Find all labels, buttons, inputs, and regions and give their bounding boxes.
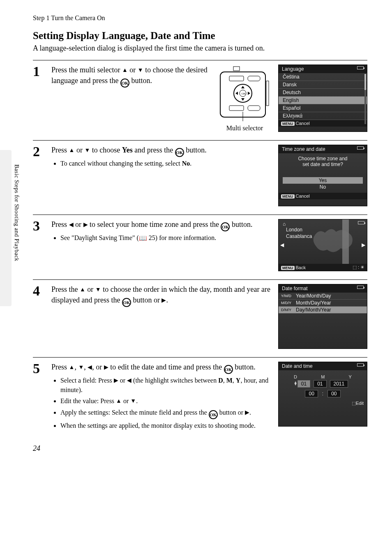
minute-field[interactable]: 00 — [327, 390, 340, 397]
right-icon[interactable]: ▶ — [362, 242, 365, 248]
battery-icon — [357, 66, 364, 69]
step-1: 1 Press the multi selector ▲ or ▼ to cho… — [33, 60, 367, 140]
day-field[interactable]: ▲▼01 — [297, 380, 310, 388]
ok-icon: OK — [175, 148, 184, 157]
step-number: 3 — [33, 219, 45, 271]
date-format-option[interactable]: D/M/YDay/Month/Year — [279, 307, 367, 314]
battery-icon — [357, 363, 364, 367]
menu-badge: MENU — [281, 266, 295, 270]
left-icon[interactable]: ◀ — [280, 242, 284, 248]
up-icon: ▲ — [69, 363, 75, 372]
screen-title: Language — [282, 66, 304, 72]
down-icon: ▼ — [130, 397, 136, 405]
date-format-list[interactable]: Y/M/DYear/Month/DayM/D/YMonth/Day/YearD/… — [279, 293, 367, 314]
step-number: 5 — [33, 362, 45, 432]
svg-marker-9 — [235, 92, 238, 95]
step-instruction: Press the multi selector ▲ or ▼ to choos… — [51, 65, 211, 132]
battery-icon — [357, 146, 364, 150]
language-option[interactable]: Dansk — [279, 81, 367, 89]
step-5: 5 Press ▲, ▼, ◀, or ▶ to edit the date a… — [33, 357, 367, 440]
camera-illustration: OK — [217, 65, 272, 122]
ok-icon: OK — [221, 222, 230, 231]
down-icon: ▼ — [78, 363, 84, 372]
step-instruction: Press ▲ or ▼ to choose Yes and press the… — [51, 145, 272, 206]
step-instruction: Press ▲, ▼, ◀, or ▶ to edit the date and… — [51, 362, 272, 432]
svg-text:OK: OK — [242, 92, 246, 95]
multi-selector-caption: Multi selector — [226, 125, 263, 132]
svg-rect-1 — [233, 67, 240, 71]
city-label: London — [286, 227, 302, 233]
svg-marker-8 — [241, 98, 244, 101]
option-yes[interactable]: Yes — [283, 177, 363, 184]
right-icon: ▶ — [245, 408, 249, 417]
timezone-prompt-screen: Time zone and date Choose time zone and … — [278, 145, 367, 206]
language-screen: Language ČeštinaDanskDeutschEnglishEspañ… — [278, 65, 367, 132]
battery-icon — [357, 286, 364, 289]
svg-marker-10 — [248, 92, 250, 95]
svg-rect-3 — [248, 76, 260, 81]
year-field[interactable]: 2011 — [330, 380, 348, 388]
up-icon: ▲ — [69, 146, 75, 155]
date-format-option[interactable]: Y/M/DYear/Month/Day — [279, 293, 367, 300]
option-no[interactable]: No — [283, 184, 363, 190]
dst-icon: ⬚ : ☀ — [353, 265, 364, 270]
svg-rect-11 — [229, 106, 244, 111]
language-list[interactable]: ČeštinaDanskDeutschEnglishEspañolΕλληνικ… — [279, 73, 367, 120]
side-tab-label: Basic Steps for Shooting and Playback — [13, 164, 20, 261]
timezone-map-screen: ⌂ London Casablanca ◀ ▶ MENUBack⬚ : ☀ — [278, 219, 367, 271]
month-field[interactable]: 01 — [314, 380, 326, 388]
left-icon: ◀ — [69, 221, 74, 229]
world-map — [311, 224, 356, 260]
scrollbar[interactable] — [364, 74, 366, 124]
left-icon: ◀ — [88, 363, 92, 372]
date-time-screen: Date and time D M Y ▲▼01 01 2011 00 : 00 — [278, 362, 367, 427]
step-number: 4 — [33, 284, 45, 349]
page-number: 24 — [33, 444, 367, 453]
city-label: Casablanca — [286, 233, 312, 239]
language-option[interactable]: Deutsch — [279, 89, 367, 97]
step-number: 1 — [33, 65, 45, 132]
up-icon: ▲ — [80, 286, 85, 294]
home-icon: ⌂ — [283, 221, 286, 227]
down-icon: ▼ — [95, 286, 101, 294]
down-icon: ▼ — [84, 146, 90, 155]
step-2: 2 Press ▲ or ▼ to choose Yes and press t… — [33, 140, 367, 215]
menu-badge: MENU — [281, 194, 295, 198]
menu-badge: MENU — [281, 122, 295, 126]
date-format-option[interactable]: M/D/YMonth/Day/Year — [279, 300, 367, 307]
section-subtitle: A language-selection dialog is displayed… — [33, 44, 367, 53]
svg-marker-7 — [241, 86, 244, 88]
section-title: Setting Display Language, Date and Time — [33, 30, 367, 42]
language-option[interactable]: English — [279, 97, 367, 104]
step-3: 3 Press ◀ or ▶ to select your home time … — [33, 215, 367, 279]
left-icon: ◀ — [127, 376, 131, 385]
svg-rect-12 — [248, 106, 260, 111]
ok-icon: OK — [120, 78, 129, 88]
ok-icon: OK — [122, 298, 131, 307]
step-4: 4 Press the ▲ or ▼ to choose the order i… — [33, 279, 367, 357]
svg-rect-13 — [266, 81, 269, 106]
date-format-screen: Date format Y/M/DYear/Month/DayM/D/YMont… — [278, 284, 367, 349]
down-icon: ▼ — [138, 66, 143, 74]
edit-icon: ⬚ — [352, 401, 356, 406]
chapter-header: Step 1 Turn the Camera On — [33, 14, 367, 22]
up-icon: ▲ — [122, 66, 128, 74]
right-icon: ▶ — [114, 376, 118, 385]
right-icon: ▶ — [83, 221, 88, 229]
book-icon: 📖 — [139, 233, 147, 243]
step-instruction: Press ◀ or ▶ to select your home time zo… — [51, 219, 272, 271]
battery-icon — [358, 221, 364, 224]
svg-rect-2 — [229, 76, 244, 81]
step-instruction: Press the ▲ or ▼ to choose the order in … — [51, 284, 272, 349]
language-option[interactable]: Ελληνικά — [279, 112, 367, 120]
right-icon: ▶ — [161, 296, 166, 305]
step-number: 2 — [33, 145, 45, 206]
hour-field[interactable]: 00 — [305, 390, 318, 397]
language-option[interactable]: Čeština — [279, 73, 367, 81]
right-icon: ▶ — [104, 363, 108, 372]
language-option[interactable]: Español — [279, 104, 367, 112]
side-tab — [0, 150, 12, 306]
ok-icon: OK — [209, 410, 218, 419]
ok-icon: OK — [224, 365, 233, 374]
up-icon: ▲ — [116, 397, 122, 405]
